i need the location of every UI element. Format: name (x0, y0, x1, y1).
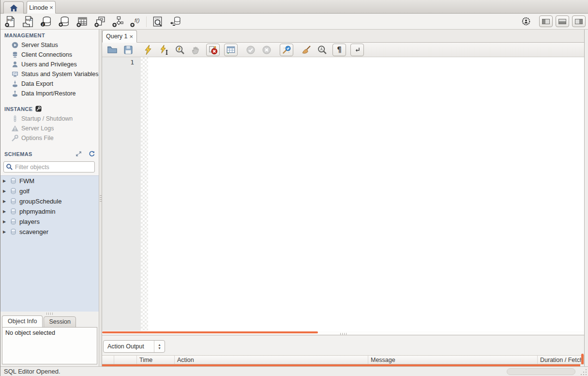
chevron-right-icon[interactable]: ▶ (3, 176, 8, 186)
instance-title: INSTANCE (4, 106, 33, 112)
panel-grip[interactable] (340, 333, 347, 335)
reconnect-dbms-button[interactable] (168, 15, 182, 29)
sidebar-item-users-privileges[interactable]: Users and Privileges (0, 60, 99, 69)
tab-connection-linode[interactable]: Linode × (27, 1, 56, 14)
schema-row-groupschedule[interactable]: ▶ groupSchedule (0, 196, 99, 206)
sql-editor-toolbar: ¶ (102, 43, 584, 57)
chevron-right-icon[interactable]: ▶ (3, 217, 8, 227)
expand-panel-icon[interactable] (75, 150, 83, 158)
user-icon (11, 61, 19, 68)
sidebar-item-label: Server Logs (21, 125, 54, 132)
spinner-arrows[interactable]: ▴ ▾ (154, 341, 165, 352)
line-number-gutter: 1 (102, 57, 141, 331)
sidebar-item-label: Options File (21, 135, 54, 141)
beautify-button[interactable] (301, 44, 312, 56)
sidebar-item-server-status[interactable]: Server Status (0, 40, 99, 50)
sidebar-item-server-logs[interactable]: Server Logs (0, 124, 99, 133)
chevron-right-icon[interactable]: ▶ (3, 186, 8, 196)
refresh-schemas-icon[interactable] (88, 150, 96, 158)
close-icon[interactable]: × (129, 33, 133, 40)
toggle-right-panel-button[interactable] (572, 16, 586, 27)
schema-name: scavenger (19, 228, 48, 235)
toggle-stop-on-error-button[interactable] (206, 44, 220, 56)
toggle-left-panel-button[interactable] (539, 16, 553, 27)
sidebar-item-data-import[interactable]: Data Import/Restore (0, 89, 99, 98)
close-icon[interactable]: × (49, 4, 53, 11)
create-schema-button[interactable] (57, 15, 71, 29)
sidebar-item-client-connections[interactable]: Client Connections (0, 50, 99, 60)
toolbar-separator (146, 16, 147, 27)
toolbar-right-group (520, 15, 586, 28)
sidebar-item-status-variables[interactable]: Status and System Variables (0, 69, 99, 79)
save-script-button[interactable] (122, 44, 134, 56)
home-tab[interactable] (3, 1, 24, 14)
open-sql-script-button[interactable]: SQL (21, 15, 35, 29)
sql-code-editor[interactable]: 1 (102, 57, 584, 331)
preferences-icon[interactable] (520, 15, 532, 28)
search-table-data-button[interactable] (150, 15, 165, 29)
sidebar-splitter[interactable] (99, 30, 102, 366)
limit-rows-button[interactable] (224, 44, 238, 56)
show-invisibles-button[interactable]: ¶ (332, 44, 346, 56)
toggle-autocommit-button[interactable] (280, 44, 293, 56)
connection-tab-bar: Linode × (0, 0, 588, 14)
column-blank-2 (114, 356, 137, 364)
output-view-selector[interactable]: Action Output ▴ ▾ (103, 340, 165, 353)
query-tab-bar: Query 1 × (102, 30, 584, 43)
schema-tree: ▶ FWM ▶ golf ▶ groupSchedule ▶ phpmy (0, 175, 99, 312)
database-icon (10, 228, 17, 236)
sidebar-item-label: Client Connections (21, 51, 72, 58)
schemas-title: SCHEMAS (4, 151, 32, 157)
rollback-button (261, 44, 272, 56)
query-tab-label: Query 1 (106, 33, 127, 40)
chevron-right-icon[interactable]: ▶ (3, 227, 8, 237)
chevron-right-icon[interactable]: ▶ (3, 196, 8, 206)
explain-button[interactable] (174, 44, 186, 56)
column-action[interactable]: Action (175, 356, 368, 364)
column-time[interactable]: Time (137, 356, 175, 364)
sidebar-item-data-export[interactable]: Data Export (0, 79, 99, 89)
column-duration-fetch[interactable]: Duration / Fetch (538, 356, 584, 364)
schema-name: phpmyadmin (19, 208, 55, 215)
traffic-light-icon (11, 115, 19, 123)
execute-current-button[interactable] (158, 44, 170, 56)
schema-row-golf[interactable]: ▶ golf (0, 186, 99, 196)
resize-grip-icon[interactable] (581, 369, 587, 375)
import-icon (11, 90, 19, 97)
client-connections-icon (11, 51, 19, 59)
panel-grip[interactable] (46, 313, 53, 315)
sidebar-item-label: Users and Privileges (21, 61, 77, 68)
schema-inspector-button[interactable]: i (39, 15, 53, 29)
schema-row-phpmyadmin[interactable]: ▶ phpmyadmin (0, 206, 99, 217)
chevron-right-icon[interactable]: ▶ (3, 206, 8, 217)
toggle-wrap-button[interactable] (350, 44, 364, 56)
new-query-tab-button[interactable]: SQL (3, 15, 17, 29)
open-script-button[interactable] (106, 44, 118, 56)
create-procedure-button[interactable] (110, 15, 125, 29)
execute-button[interactable] (142, 44, 154, 56)
sidebar-item-startup-shutdown[interactable]: Startup / Shutdown (0, 114, 99, 124)
database-icon (10, 188, 17, 195)
output-vertical-scrollbar[interactable] (581, 354, 584, 364)
create-table-button[interactable] (75, 15, 89, 29)
schema-row-players[interactable]: ▶ players (0, 217, 99, 227)
create-function-button[interactable]: f() (128, 15, 143, 29)
tab-object-info[interactable]: Object Info (2, 315, 43, 328)
find-button[interactable] (317, 44, 328, 56)
column-blank-1 (102, 356, 114, 364)
column-message[interactable]: Message (368, 356, 538, 364)
schema-row-scavenger[interactable]: ▶ scavenger (0, 227, 99, 237)
sidebar-item-options-file[interactable]: Options File (0, 133, 99, 143)
tab-query-1[interactable]: Query 1 × (102, 30, 137, 43)
scrollbar-thumb[interactable] (102, 331, 318, 333)
filter-objects-input[interactable] (15, 164, 93, 171)
main-toolbar: SQL SQL i (0, 14, 588, 30)
create-view-button[interactable] (92, 15, 107, 29)
schema-row-fwm[interactable]: ▶ FWM (0, 176, 99, 186)
right-panel-icon (575, 19, 583, 24)
bottom-panel-icon (558, 19, 566, 24)
database-icon (10, 177, 17, 185)
output-panel: Action Output ▴ ▾ Time Action Message Du… (102, 335, 584, 366)
tab-session[interactable]: Session (44, 316, 75, 328)
toggle-bottom-panel-button[interactable] (556, 16, 569, 27)
